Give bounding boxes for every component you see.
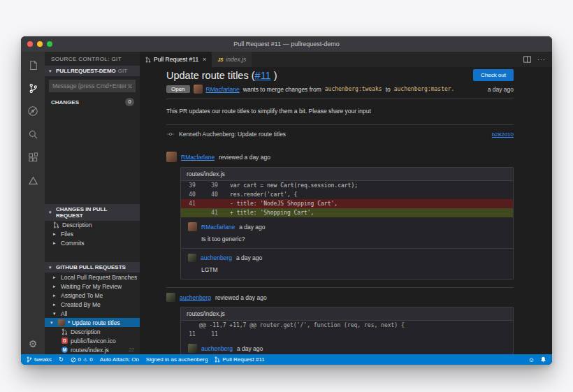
- tab-label: Pull Request #11: [154, 56, 198, 63]
- commit-message-input[interactable]: [49, 80, 136, 92]
- changes-count-badge: 0: [125, 98, 134, 106]
- source-control-icon[interactable]: [27, 82, 39, 94]
- head-ref: auchenberg:tweaks: [325, 86, 382, 92]
- problems-status-item[interactable]: 0 ⚠ 0: [71, 356, 93, 363]
- base-ref: auchenberg:master.: [394, 86, 455, 92]
- github-prs-title: GITHUB PULL REQUESTS: [56, 264, 126, 270]
- chevron-down-icon: ▾: [49, 210, 54, 215]
- explorer-icon[interactable]: [27, 59, 39, 71]
- activity-bar: ⚙: [21, 52, 45, 354]
- chevron-right-icon: ▸: [53, 293, 58, 298]
- commit-message: Kenneth Auchenberg: Update route titles: [179, 131, 286, 138]
- chevron-down-icon: ▾: [49, 68, 54, 74]
- diff-hunk-row: @@ -11,7 +11,7 @@ router.get('/', functi…: [181, 321, 513, 330]
- changes-row[interactable]: CHANGES 0: [45, 95, 140, 109]
- tree-item-favicon[interactable]: D public/favicon.ico: [45, 336, 140, 345]
- auto-attach-status-item[interactable]: Auto Attach: On: [100, 356, 139, 363]
- pull-requests-extension-icon[interactable]: [27, 174, 39, 187]
- diff-row: 1111: [181, 330, 513, 339]
- chevron-right-icon: ▸: [53, 231, 58, 237]
- pr-status-item[interactable]: Pull Request #11: [215, 356, 264, 363]
- diff-file-name: routes/index.js: [181, 307, 513, 321]
- search-icon[interactable]: [27, 128, 39, 140]
- extensions-icon[interactable]: [27, 151, 39, 164]
- chevron-down-icon: ▾: [53, 311, 58, 317]
- window-title: Pull Request #11 — pullrequest-demo: [21, 41, 552, 48]
- minimize-window-button[interactable]: [37, 41, 43, 47]
- git-branch-icon: [27, 356, 32, 363]
- repo-section-suffix: GIT: [118, 68, 127, 74]
- to-text: to: [386, 86, 391, 93]
- pull-request-icon: [61, 328, 68, 335]
- commit-sha-link[interactable]: b282d10: [492, 131, 514, 138]
- review-action-text: reviewed a day ago: [215, 294, 267, 301]
- diff-file-name: routes/index.js: [181, 168, 513, 181]
- sidebar-panel-title: SOURCE CONTROL: GIT: [45, 52, 140, 66]
- review-author-link[interactable]: auchenberg: [180, 294, 211, 301]
- tab-index-js[interactable]: JS index.js: [212, 52, 252, 67]
- tree-item-update-route-titles[interactable]: ▾ * Update route titles: [45, 318, 140, 327]
- review-event-header: RMacfarlane reviewed a day ago: [166, 152, 514, 162]
- review-diff-box: routes/index.js @@ -11,7 +11,7 @@ router…: [180, 307, 514, 354]
- tree-item-pr-description[interactable]: Description: [45, 327, 140, 336]
- diff-row: 4040 res.render('cart', {: [181, 190, 513, 199]
- split-editor-icon[interactable]: [523, 56, 531, 63]
- divider: [166, 287, 514, 288]
- signed-in-status-item[interactable]: Signed in as auchenberg: [146, 356, 208, 363]
- tree-item-label: All: [61, 310, 67, 317]
- tree-item-description[interactable]: Description: [45, 221, 140, 230]
- settings-gear-icon[interactable]: ⚙: [27, 337, 39, 350]
- review-comment: auchenberg a day ago LGTM: [181, 248, 513, 279]
- feedback-smiley-icon[interactable]: ☺: [528, 356, 535, 363]
- changes-in-pr-title: CHANGES IN PULL REQUEST: [56, 206, 136, 219]
- comment-author-link[interactable]: auchenberg: [201, 345, 233, 352]
- zoom-window-button[interactable]: [47, 41, 52, 47]
- tab-label: index.js: [226, 56, 246, 63]
- close-window-button[interactable]: [27, 41, 33, 47]
- review-action-text: reviewed a day ago: [219, 154, 270, 161]
- tab-pull-request[interactable]: Pull Request #11 ×: [140, 52, 212, 67]
- tree-item-files[interactable]: ▸ Files: [45, 230, 140, 239]
- debug-icon[interactable]: [27, 105, 39, 117]
- tree-item-commits[interactable]: ▸ Commits: [45, 239, 140, 248]
- errors-icon: [71, 357, 76, 363]
- file-deleted-icon: D: [61, 337, 68, 344]
- more-actions-icon[interactable]: ···: [537, 56, 546, 63]
- pr-state-badge: Open: [166, 85, 190, 93]
- sync-status-item[interactable]: ↻: [59, 356, 64, 363]
- tree-item-created-by-me[interactable]: ▸ Created By Me: [45, 300, 140, 309]
- notifications-bell-icon[interactable]: [540, 356, 546, 363]
- comment-body: Is it too generic?: [201, 235, 506, 242]
- chevron-right-icon: ▸: [53, 275, 58, 280]
- github-prs-section-header[interactable]: ▾ GITHUB PULL REQUESTS: [45, 262, 140, 273]
- tree-item-routes-index[interactable]: M routes/index.js 22: [45, 345, 140, 354]
- checkout-button[interactable]: Check out: [473, 69, 514, 81]
- file-modified-icon: M: [61, 347, 68, 353]
- tree-item-local-pr-branches[interactable]: ▸ Local Pull Request Branches: [45, 273, 140, 282]
- repo-section-header[interactable]: ▾ PULLREQUEST-DEMO GIT: [45, 66, 140, 76]
- pull-request-icon: [145, 57, 151, 63]
- tree-item-label: Created By Me: [61, 301, 101, 308]
- review-comment: auchenberg a day ago Looks like producti…: [181, 339, 513, 354]
- tree-item-waiting-for-my-review[interactable]: ▸ Waiting For My Review: [45, 282, 140, 291]
- close-tab-icon[interactable]: ×: [203, 56, 206, 63]
- diff-table: @@ -11,7 +11,7 @@ router.get('/', functi…: [181, 321, 513, 339]
- review-author-link[interactable]: RMacfarlane: [181, 154, 215, 161]
- review-comment: RMacfarlane a day ago Is it too generic?: [181, 217, 513, 248]
- changes-in-pr-section-header[interactable]: ▾ CHANGES IN PULL REQUEST: [45, 204, 140, 221]
- pr-timestamp: a day ago: [488, 86, 514, 93]
- tab-bar: Pull Request #11 × JS index.js ···: [140, 52, 552, 67]
- sidebar: SOURCE CONTROL: GIT ▾ PULLREQUEST-DEMO G…: [45, 52, 140, 354]
- chevron-right-icon: ▸: [53, 240, 58, 246]
- avatar: [166, 293, 175, 302]
- diff-row: 3939 var cart = new Cart(req.session.car…: [181, 181, 513, 190]
- pr-number-link[interactable]: #11: [255, 70, 271, 81]
- comment-author-link[interactable]: auchenberg: [201, 254, 232, 261]
- diff-table: 3939 var cart = new Cart(req.session.car…: [181, 181, 513, 217]
- pr-author-link[interactable]: RMacfarlane: [206, 86, 240, 93]
- comment-author-link[interactable]: RMacfarlane: [201, 224, 235, 231]
- warnings-icon: ⚠: [83, 357, 87, 363]
- branch-status-item[interactable]: tweaks: [27, 356, 52, 363]
- tree-item-all[interactable]: ▾ All: [45, 309, 140, 318]
- tree-item-assigned-to-me[interactable]: ▸ Assigned To Me: [45, 291, 140, 300]
